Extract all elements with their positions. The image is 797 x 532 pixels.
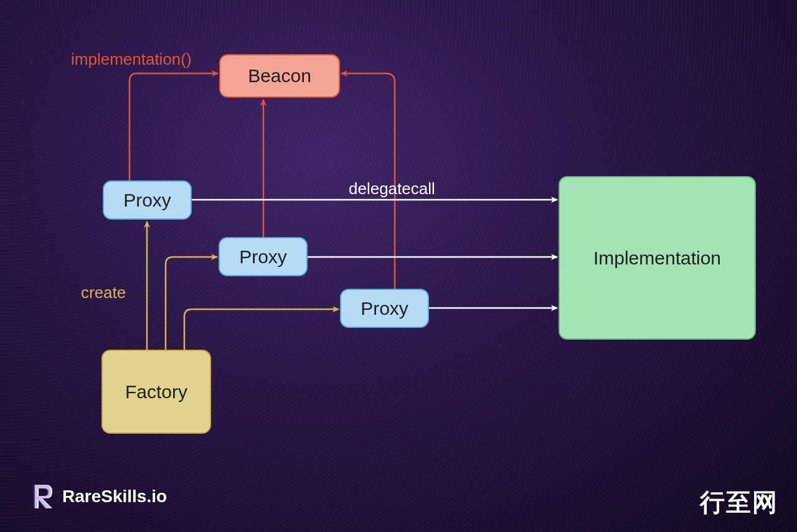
implementation-label: Implementation xyxy=(593,248,721,269)
implementation-node: Implementation xyxy=(559,176,756,340)
arrow-factory-to-proxy3 xyxy=(184,309,339,350)
beacon-node: Beacon xyxy=(219,54,340,98)
factory-node: Factory xyxy=(101,350,211,434)
proxy-node-2: Proxy xyxy=(219,237,308,276)
proxy-3-label: Proxy xyxy=(361,298,408,319)
footer-right-text: 行至网 xyxy=(700,485,778,520)
factory-label: Factory xyxy=(125,381,187,403)
proxy-2-label: Proxy xyxy=(239,246,287,268)
arrow-factory-to-proxy2 xyxy=(166,257,217,350)
footer-brand: RareSkills.io xyxy=(32,483,167,510)
arrow-proxy1-to-beacon xyxy=(130,73,218,180)
proxy-node-3: Proxy xyxy=(340,289,429,328)
delegatecall-label: delegatecall xyxy=(349,179,435,198)
proxy-1-label: Proxy xyxy=(123,190,171,211)
implementation-call-label: implementation() xyxy=(71,50,192,69)
rareskills-logo-icon xyxy=(32,483,54,510)
proxy-node-1: Proxy xyxy=(103,180,192,220)
beacon-label: Beacon xyxy=(248,65,311,86)
brand-text: RareSkills.io xyxy=(62,487,167,506)
create-label: create xyxy=(81,283,126,302)
